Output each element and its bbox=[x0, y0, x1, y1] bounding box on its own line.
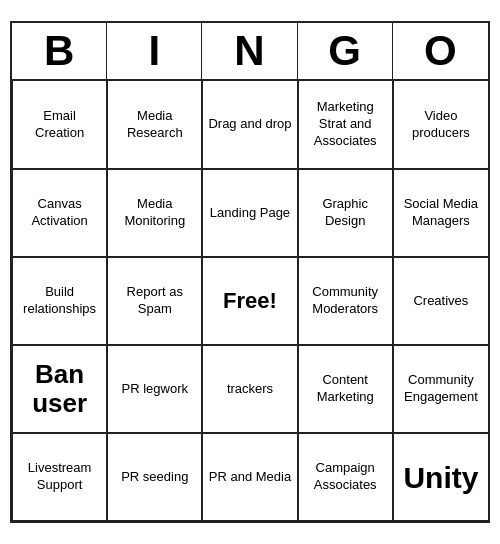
bingo-card: B I N G O Email CreationMedia ResearchDr… bbox=[10, 21, 490, 523]
bingo-cell-2[interactable]: Drag and drop bbox=[202, 81, 297, 169]
bingo-cell-8[interactable]: Graphic Design bbox=[298, 169, 393, 257]
bingo-cell-12[interactable]: Free! bbox=[202, 257, 297, 345]
bingo-cell-13[interactable]: Community Moderators bbox=[298, 257, 393, 345]
bingo-cell-11[interactable]: Report as Spam bbox=[107, 257, 202, 345]
letter-b: B bbox=[12, 23, 107, 79]
letter-g: G bbox=[298, 23, 393, 79]
bingo-grid: Email CreationMedia ResearchDrag and dro… bbox=[12, 81, 488, 521]
bingo-header: B I N G O bbox=[12, 23, 488, 81]
bingo-cell-17[interactable]: trackers bbox=[202, 345, 297, 433]
bingo-cell-9[interactable]: Social Media Managers bbox=[393, 169, 488, 257]
bingo-cell-7[interactable]: Landing Page bbox=[202, 169, 297, 257]
bingo-cell-22[interactable]: PR and Media bbox=[202, 433, 297, 521]
bingo-cell-16[interactable]: PR legwork bbox=[107, 345, 202, 433]
letter-o: O bbox=[393, 23, 488, 79]
bingo-cell-5[interactable]: Canvas Activation bbox=[12, 169, 107, 257]
bingo-cell-18[interactable]: Content Marketing bbox=[298, 345, 393, 433]
bingo-cell-6[interactable]: Media Monitoring bbox=[107, 169, 202, 257]
bingo-cell-1[interactable]: Media Research bbox=[107, 81, 202, 169]
bingo-cell-14[interactable]: Creatives bbox=[393, 257, 488, 345]
bingo-cell-20[interactable]: Livestream Support bbox=[12, 433, 107, 521]
bingo-cell-21[interactable]: PR seeding bbox=[107, 433, 202, 521]
bingo-cell-24[interactable]: Unity bbox=[393, 433, 488, 521]
bingo-cell-23[interactable]: Campaign Associates bbox=[298, 433, 393, 521]
bingo-cell-4[interactable]: Video producers bbox=[393, 81, 488, 169]
letter-i: I bbox=[107, 23, 202, 79]
letter-n: N bbox=[202, 23, 297, 79]
bingo-cell-19[interactable]: Community Engagement bbox=[393, 345, 488, 433]
bingo-cell-10[interactable]: Build relationships bbox=[12, 257, 107, 345]
bingo-cell-15[interactable]: Ban user bbox=[12, 345, 107, 433]
bingo-cell-0[interactable]: Email Creation bbox=[12, 81, 107, 169]
bingo-cell-3[interactable]: Marketing Strat and Associates bbox=[298, 81, 393, 169]
